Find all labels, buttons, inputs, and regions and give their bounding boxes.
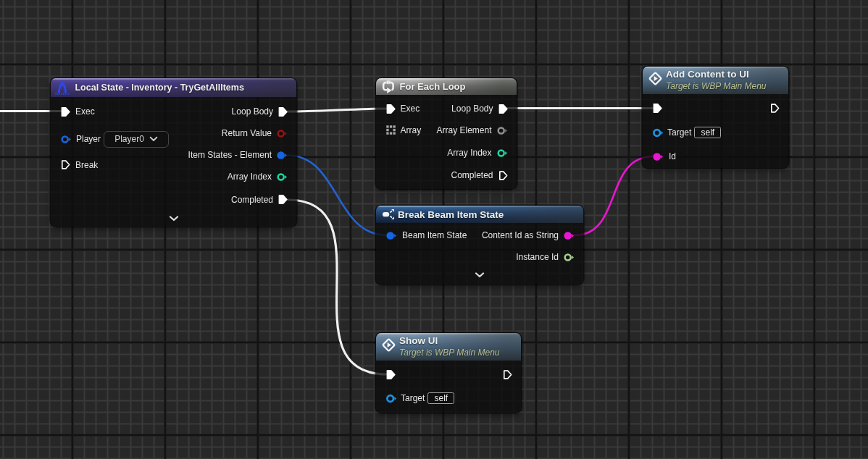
pin-row-instance-id: Instance Id <box>516 251 575 263</box>
target-value-field[interactable]: self <box>427 392 454 405</box>
pin-label: Content Id as String <box>482 230 559 240</box>
node-title: Local State - Inventory - TryGetAllItems <box>75 83 243 93</box>
break-struct-icon <box>383 209 395 220</box>
exec-pin-unconnected[interactable] <box>498 170 508 181</box>
wire-loopbody-to-foreach[interactable] <box>288 109 388 111</box>
target-value: self <box>701 127 715 138</box>
exec-pin-connected[interactable] <box>278 194 288 205</box>
pin-row-break: Break <box>61 159 98 171</box>
node-header[interactable]: Add Content to UI Target is WBP Main Men… <box>643 67 788 94</box>
array-pin[interactable] <box>386 125 396 135</box>
pin-row-array-element: Array Element <box>436 125 507 136</box>
node-header[interactable]: BEAMABLE Local State - Inventory - TryGe… <box>51 78 296 97</box>
exec-pin-connected[interactable] <box>498 104 508 114</box>
node-add-content-to-ui[interactable]: Add Content to UI Target is WBP Main Men… <box>643 67 788 168</box>
int64-pin[interactable] <box>564 252 575 263</box>
pin-row-exec <box>386 369 396 380</box>
string-pin-connected[interactable] <box>653 151 664 162</box>
node-break-beam-item-state[interactable]: Break Beam Item State Beam Item State Co… <box>376 206 583 285</box>
expand-node-button[interactable] <box>376 272 583 278</box>
pin-label: Exec <box>401 104 420 114</box>
node-local-state-inventory-trygetallitems[interactable]: BEAMABLE Local State - Inventory - TryGe… <box>51 78 296 227</box>
node-title: For Each Loop <box>400 81 466 92</box>
pin-label: Loop Body <box>451 104 493 114</box>
pin-label: Array Element <box>436 125 491 135</box>
blueprint-graph-canvas[interactable]: { "graph": { "editor": "Unreal Engine Bl… <box>0 0 868 459</box>
pin-row-return-value: Return Value <box>222 127 288 139</box>
node-for-each-loop[interactable]: For Each Loop Exec Array Loop Body Array… <box>376 78 517 189</box>
pin-label: Return Value <box>222 128 272 138</box>
beamable-logo-icon: BEAMABLE <box>55 81 70 96</box>
pin-label: Instance Id <box>516 252 559 262</box>
pin-row-exec <box>653 102 662 114</box>
exec-pin-connected[interactable] <box>386 104 396 114</box>
node-subtitle: Target is WBP Main Menu <box>666 81 767 92</box>
node-header[interactable]: For Each Loop <box>376 78 517 95</box>
int-pin[interactable] <box>277 172 288 182</box>
node-title: Add Content to UI <box>666 69 767 81</box>
node-header[interactable]: Show UI Target is WBP Main Menu <box>376 333 521 361</box>
pin-row-content-id: Content Id as String <box>482 230 575 241</box>
node-title: Break Beam Item State <box>398 209 504 220</box>
function-diamond-icon <box>648 71 663 86</box>
chevron-down-icon <box>169 216 179 222</box>
exec-pin-connected[interactable] <box>278 106 288 117</box>
pin-row-array-index: Array Index <box>228 171 288 182</box>
object-pin-connected[interactable] <box>386 230 397 241</box>
pin-label: Loop Body <box>232 106 273 117</box>
exec-pin-unconnected[interactable] <box>61 159 70 170</box>
target-value: self <box>435 393 448 403</box>
node-show-ui[interactable]: Show UI Target is WBP Main Menu Target s… <box>376 333 521 413</box>
wire-contentid-to-id[interactable] <box>575 156 654 235</box>
function-diamond-icon <box>381 337 396 353</box>
pin-label: Target <box>667 127 691 138</box>
player-dropdown[interactable]: Player0 <box>104 131 169 148</box>
object-pin[interactable] <box>653 127 664 138</box>
pin-label: Completed <box>451 170 493 180</box>
beamable-caption: BEAMABLE <box>55 93 70 96</box>
pin-label: Array Index <box>447 148 491 158</box>
exec-pin-connected[interactable] <box>653 103 662 114</box>
chevron-down-icon <box>475 272 485 278</box>
object-pin-connected[interactable] <box>277 150 288 161</box>
pin-row-completed: Completed <box>231 194 288 206</box>
string-pin-connected[interactable] <box>564 230 575 241</box>
object-pin[interactable] <box>386 393 397 404</box>
pin-row-exec: Exec <box>386 103 420 114</box>
pin-label: Target <box>401 393 425 403</box>
exec-pin-unconnected[interactable] <box>770 103 780 114</box>
node-header[interactable]: Break Beam Item State <box>376 206 583 223</box>
pin-row-target: Target self <box>386 392 454 404</box>
pin-row-player: Player Player0 <box>61 133 169 145</box>
target-value-field[interactable]: self <box>694 127 721 139</box>
pin-label: Array <box>401 125 422 135</box>
pin-row-item-states: Item States - Element <box>188 149 288 161</box>
object-pin[interactable] <box>61 134 72 145</box>
wildcard-pin[interactable] <box>497 125 508 136</box>
pin-label: Id <box>669 151 676 161</box>
expand-node-button[interactable] <box>51 216 296 222</box>
pin-row-array-index: Array Index <box>447 147 507 159</box>
exec-pin-connected[interactable] <box>386 369 396 380</box>
pin-row-exec-out <box>770 102 780 114</box>
pin-row-completed: Completed <box>451 169 507 181</box>
player-dropdown-value: Player0 <box>114 134 144 144</box>
pin-label: Player <box>76 134 101 144</box>
pin-label: Array Index <box>228 172 272 182</box>
pin-label: Beam Item State <box>402 230 467 240</box>
pin-row-exec: Exec <box>61 106 95 117</box>
wire-itemstates-to-break[interactable] <box>288 156 388 236</box>
wire-completed-to-showui[interactable] <box>288 200 388 374</box>
bool-pin[interactable] <box>277 128 288 139</box>
pin-row-array: Array <box>386 125 422 136</box>
pin-row-loop-body: Loop Body <box>451 103 507 114</box>
pin-label: Exec <box>75 106 95 117</box>
exec-pin-connected[interactable] <box>61 106 70 117</box>
loop-icon <box>382 80 395 94</box>
pin-row-id: Id <box>653 151 676 162</box>
pin-row-exec-out <box>503 369 512 380</box>
exec-pin-unconnected[interactable] <box>503 369 512 380</box>
pin-row-beam-item-state: Beam Item State <box>386 230 467 241</box>
int-pin[interactable] <box>497 148 508 159</box>
chevron-down-icon <box>149 136 158 142</box>
